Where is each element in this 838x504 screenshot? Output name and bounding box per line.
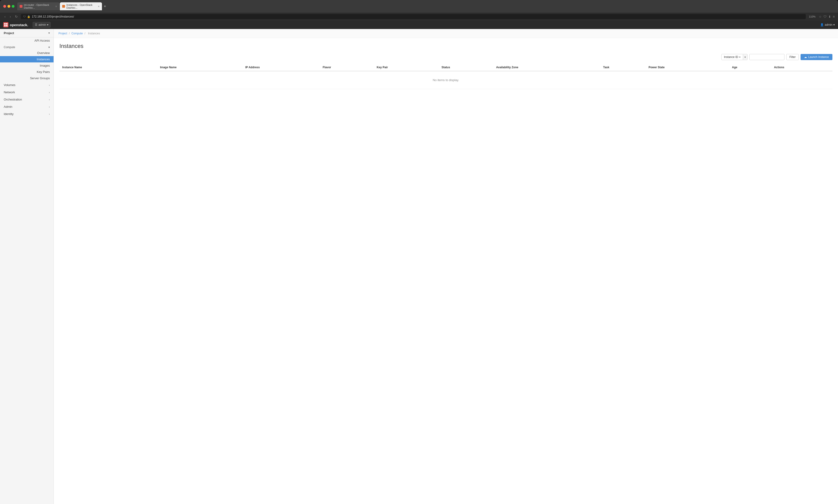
sidebar: Project ▾ API Access Compute ▾ Overview — [0, 29, 54, 504]
table-header-row: Instance Name Image Name IP Address Flav… — [59, 64, 832, 71]
sidebar-compute-group[interactable]: Compute ▾ — [0, 44, 54, 50]
refresh-button[interactable]: ↻ — [14, 14, 19, 19]
top-navigation: openstack. ☰ admin ▾ 👤 admin ▾ — [0, 21, 838, 29]
sidebar-item-api-access[interactable]: API Access — [0, 37, 54, 44]
breadcrumb-sep-1: / — [69, 32, 70, 35]
content-area: Instances Instance ID = ▾ Filter ☁ Launc… — [54, 38, 838, 94]
instances-table: Instance Name Image Name IP Address Flav… — [59, 64, 832, 89]
volumes-label: Volumes — [4, 83, 15, 87]
sidebar-item-orchestration[interactable]: Orchestration › — [0, 96, 54, 103]
new-tab-button[interactable]: + — [102, 4, 107, 8]
orchestration-label: Orchestration — [4, 98, 22, 101]
orchestration-chevron-icon: › — [49, 98, 50, 101]
zoom-level: 110% — [808, 15, 817, 18]
address-text: 172.168.12.100/project/instances/ — [32, 15, 74, 18]
col-task: Task — [600, 64, 645, 71]
admin-chevron-icon: › — [49, 105, 50, 108]
col-key-pair: Key Pair — [374, 64, 439, 71]
sidebar-section-project-header[interactable]: Project ▾ — [0, 29, 54, 37]
shield-icon: 🛡 — [23, 15, 26, 18]
traffic-lights — [3, 5, 15, 8]
page-body: openstack. ☰ admin ▾ 👤 admin ▾ Project — [0, 21, 838, 504]
col-status: Status — [439, 64, 493, 71]
sidebar-item-identity[interactable]: Identity › — [0, 110, 54, 118]
address-bar: ‹ › ↻ 🛡 🔒 172.168.12.100/project/instanc… — [0, 13, 838, 21]
close-button[interactable] — [3, 5, 6, 8]
compute-chevron-icon: ▾ — [48, 46, 50, 49]
tab-close-2[interactable]: ✕ — [98, 5, 100, 8]
col-power-state: Power State — [646, 64, 729, 71]
tab-close-1[interactable]: ✕ — [55, 5, 57, 8]
svg-rect-0 — [4, 23, 6, 24]
breadcrumb-compute[interactable]: Compute — [71, 32, 83, 35]
sidebar-item-images[interactable]: Images — [0, 62, 54, 69]
main-content: Project / Compute / Instances Instances … — [54, 29, 838, 504]
launch-cloud-icon: ☁ — [804, 55, 807, 59]
admin-label: Admin — [4, 105, 12, 108]
launch-instance-button[interactable]: ☁ Launch Instance — [801, 54, 832, 60]
breadcrumb-project[interactable]: Project — [58, 32, 67, 35]
tab-favicon-1 — [20, 5, 22, 8]
page-wrapper: Project ▾ API Access Compute ▾ Overview — [0, 29, 838, 504]
user-label: admin — [825, 23, 832, 26]
sidebar-item-key-pairs[interactable]: Key Pairs — [0, 69, 54, 75]
table-header: Instance Name Image Name IP Address Flav… — [59, 64, 832, 71]
browser-titlebar: int-router - OpenStack Dashbo... ✕ Insta… — [0, 0, 838, 13]
browser-tab-1[interactable]: int-router - OpenStack Dashbo... ✕ — [17, 2, 59, 10]
sidebar-item-volumes[interactable]: Volumes › — [0, 82, 54, 89]
tabs-bar: int-router - OpenStack Dashbo... ✕ Insta… — [17, 2, 835, 10]
back-button[interactable]: ‹ — [3, 14, 7, 19]
download-icon[interactable]: ⬇ — [828, 15, 831, 18]
project-label: admin — [38, 23, 46, 26]
forward-button[interactable]: › — [8, 14, 12, 19]
breadcrumb: Project / Compute / Instances — [54, 29, 838, 38]
identity-chevron-icon: › — [49, 113, 50, 115]
svg-rect-2 — [4, 25, 6, 26]
col-flavor: Flavor — [320, 64, 374, 71]
launch-button-label: Launch Instance — [808, 55, 829, 59]
browser-tab-2[interactable]: Instances - OpenStack Dashbo... ✕ — [60, 2, 102, 10]
col-instance-name: Instance Name — [59, 64, 157, 71]
minimize-button[interactable] — [7, 5, 10, 8]
maximize-button[interactable] — [12, 5, 15, 8]
filter-select: Instance ID = ▾ — [721, 54, 748, 60]
col-age: Age — [729, 64, 771, 71]
filter-select-label: Instance ID = — [721, 54, 743, 60]
openstack-logo: openstack. — [3, 22, 28, 28]
user-menu[interactable]: 👤 admin ▾ — [820, 23, 835, 26]
sidebar-section-project: Project ▾ API Access Compute ▾ Overview — [0, 29, 54, 103]
address-input[interactable]: 🛡 🔒 172.168.12.100/project/instances/ — [21, 14, 805, 19]
bookmark-icon[interactable]: ☆ — [819, 15, 822, 18]
empty-message: No items to display. — [59, 71, 832, 89]
sidebar-item-instances[interactable]: Instances — [0, 56, 54, 62]
tab-favicon-2 — [62, 5, 65, 8]
table-empty-row: No items to display. — [59, 71, 832, 89]
tab-label-2: Instances - OpenStack Dashbo... — [66, 3, 96, 9]
table-body: No items to display. — [59, 71, 832, 89]
col-availability-zone: Availability Zone — [493, 64, 601, 71]
filter-button[interactable]: Filter — [786, 54, 799, 60]
menu-icon[interactable]: ≡ — [833, 15, 835, 18]
breadcrumb-instances: Instances — [88, 32, 100, 35]
identity-label: Identity — [4, 112, 14, 116]
volumes-chevron-icon: › — [49, 84, 50, 87]
sidebar-item-admin[interactable]: Admin › — [0, 103, 54, 110]
sidebar-item-network[interactable]: Network › — [0, 89, 54, 96]
network-chevron-icon: › — [49, 91, 50, 94]
filter-dropdown-button[interactable]: ▾ — [743, 54, 747, 60]
network-label: Network — [4, 90, 15, 94]
project-dropdown-button[interactable]: ☰ admin ▾ — [33, 22, 51, 28]
shield-toolbar-icon[interactable]: 🛡 — [823, 15, 826, 18]
project-section-label: Project — [4, 31, 14, 35]
sidebar-item-overview[interactable]: Overview — [0, 50, 54, 56]
project-chevron-icon: ▾ — [47, 23, 48, 26]
filter-input[interactable] — [749, 54, 784, 60]
svg-rect-1 — [6, 23, 7, 24]
lock-icon: 🔒 — [27, 15, 30, 18]
logo-text: openstack. — [10, 23, 28, 27]
user-icon: 👤 — [820, 23, 824, 26]
project-menu-icon: ☰ — [35, 23, 37, 26]
breadcrumb-sep-2: / — [84, 32, 85, 35]
col-image-name: Image Name — [157, 64, 243, 71]
sidebar-item-server-groups[interactable]: Server Groups — [0, 75, 54, 82]
